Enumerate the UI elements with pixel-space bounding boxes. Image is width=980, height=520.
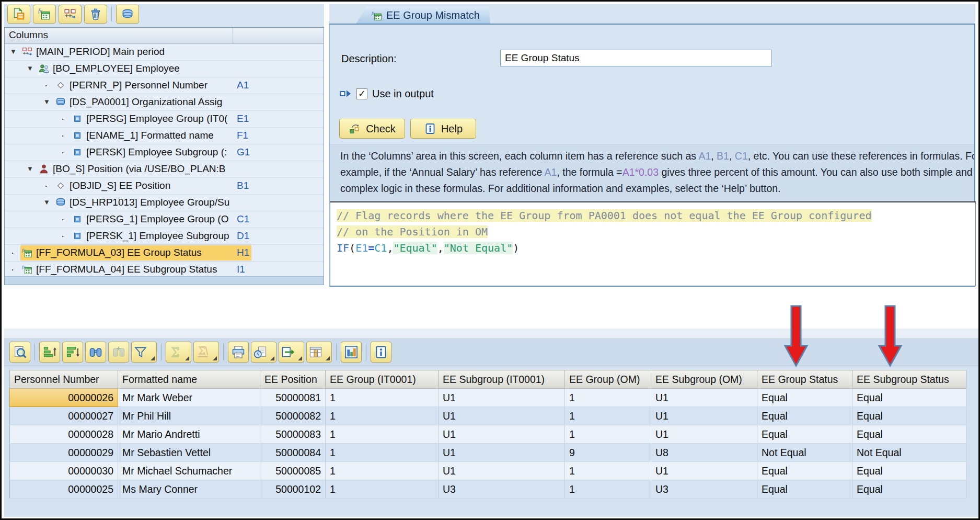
column-header[interactable]: Formatted name <box>118 370 260 389</box>
tree-item[interactable]: ▼[BO_EMPLOYEE] Employee <box>5 61 324 77</box>
table-cell[interactable]: 9 <box>565 444 651 462</box>
dropdown-arrow-icon[interactable] <box>151 356 155 360</box>
layout-button[interactable] <box>306 342 332 363</box>
table-cell[interactable]: 00000026 <box>10 389 118 407</box>
table-cell[interactable]: U1 <box>439 425 565 444</box>
expand-arrow-icon[interactable]: ▼ <box>27 165 33 173</box>
table-cell[interactable]: 50000085 <box>260 462 326 480</box>
table-cell[interactable]: Equal <box>852 425 966 444</box>
table-cell[interactable]: Equal <box>757 407 852 425</box>
table-cell[interactable]: 00000029 <box>10 444 118 462</box>
filter-button[interactable] <box>131 342 157 363</box>
datasource-button[interactable] <box>116 5 139 24</box>
column-header[interactable]: EE Subgroup (OM) <box>651 370 757 389</box>
table-cell[interactable]: 1 <box>326 389 439 407</box>
table-cell[interactable]: U1 <box>651 407 757 425</box>
tree-item[interactable]: ·[PERSG_1] Employee Group (OC1 <box>5 211 324 228</box>
column-header[interactable]: EE Group (OM) <box>565 370 651 389</box>
table-cell[interactable]: 1 <box>326 444 439 462</box>
table-cell[interactable]: U1 <box>651 425 757 444</box>
table-cell[interactable]: Ms Mary Conner <box>118 480 260 499</box>
column-header[interactable]: EE Position <box>260 370 326 389</box>
table-cell[interactable]: U1 <box>439 389 565 407</box>
table-cell[interactable]: Equal <box>757 425 852 444</box>
print-button[interactable] <box>228 342 249 363</box>
table-cell[interactable]: 1 <box>326 462 439 480</box>
table-cell[interactable]: 50000081 <box>260 389 326 407</box>
tab-ee-group-mismatch[interactable]: fx EE Group Mismatch <box>355 6 490 25</box>
table-cell[interactable]: Mr Sebastien Vettel <box>118 444 260 462</box>
table-cell[interactable]: 50000084 <box>260 444 326 462</box>
help-button[interactable]: Help <box>410 119 476 139</box>
tree-item[interactable]: ·[OBJID_S] EE PositionB1 <box>5 178 324 195</box>
dropdown-arrow-icon[interactable] <box>326 356 330 360</box>
table-cell[interactable]: Equal <box>852 389 966 407</box>
table-cell[interactable]: 50000102 <box>260 480 326 499</box>
find-next-button[interactable] <box>108 342 129 363</box>
use-in-output-checkbox[interactable]: ✓ <box>356 88 367 99</box>
period-button[interactable] <box>59 5 82 24</box>
table-cell[interactable]: U1 <box>439 407 565 425</box>
table-cell[interactable]: U3 <box>651 480 757 499</box>
formula-editor[interactable]: // Flag records where the EE Group from … <box>330 201 976 286</box>
new-column-button[interactable] <box>7 5 30 24</box>
table-cell[interactable]: Equal <box>852 462 966 480</box>
table-cell[interactable]: 50000082 <box>260 407 326 425</box>
table-cell[interactable]: Mr Mario Andretti <box>118 425 260 444</box>
column-header[interactable]: EE Group (IT0001) <box>326 370 439 389</box>
export-button[interactable] <box>279 342 304 363</box>
expand-arrow-icon[interactable]: ▼ <box>43 98 50 106</box>
table-cell[interactable]: U8 <box>651 444 757 462</box>
tree-header-columns[interactable]: Columns <box>5 28 233 43</box>
tree-item[interactable]: ▼[DS_PA0001] Organizational Assig <box>5 94 324 111</box>
info-button[interactable] <box>371 342 391 363</box>
details-button[interactable] <box>9 342 30 363</box>
sort-asc-button[interactable] <box>39 342 60 363</box>
table-cell[interactable]: 1 <box>565 480 651 499</box>
column-header[interactable]: EE Group Status <box>757 370 852 389</box>
table-cell[interactable]: 50000083 <box>260 425 326 444</box>
table-cell[interactable]: U1 <box>651 389 757 407</box>
tree-item[interactable]: ▼[BO_S] Position (via /USE/BO_PLAN:B <box>5 161 324 178</box>
table-cell[interactable]: 1 <box>565 389 651 407</box>
table-cell[interactable]: 00000027 <box>10 407 118 425</box>
table-cell[interactable]: Equal <box>757 389 852 407</box>
table-cell[interactable]: 1 <box>565 462 651 480</box>
local-file-button[interactable] <box>251 342 276 363</box>
sum-button[interactable] <box>166 342 191 363</box>
table-cell[interactable]: 1 <box>326 480 439 499</box>
column-header[interactable]: EE Subgroup Status <box>852 370 966 389</box>
table-cell[interactable]: U1 <box>439 444 565 462</box>
tree-item[interactable]: ·[PERSK] Employee Subgroup (:G1 <box>5 144 324 161</box>
dropdown-arrow-icon[interactable] <box>213 356 217 360</box>
expand-arrow-icon[interactable]: ▼ <box>27 65 33 72</box>
tree-item[interactable]: ▼[MAIN_PERIOD] Main period <box>5 44 324 61</box>
sort-desc-button[interactable] <box>62 342 83 363</box>
check-button[interactable]: Check <box>339 119 405 139</box>
tree-item[interactable]: ·[PERSK_1] Employee SubgroupD1 <box>5 228 324 245</box>
dropdown-arrow-icon[interactable] <box>270 356 274 360</box>
tree-item[interactable]: ·[PERNR_P] Personnel NumberA1 <box>5 77 324 94</box>
dropdown-arrow-icon[interactable] <box>185 356 189 360</box>
tree-header-reference[interactable] <box>233 28 324 43</box>
table-cell[interactable]: 1 <box>565 425 651 444</box>
tree-item[interactable]: ▼[DS_HRP1013] Employee Group/Su <box>5 195 324 211</box>
find-button[interactable] <box>85 342 106 363</box>
table-cell[interactable]: Equal <box>852 480 966 499</box>
tree-item[interactable]: ·[PERSG] Employee Group (IT0(E1 <box>5 111 324 128</box>
expand-arrow-icon[interactable]: ▼ <box>10 48 17 55</box>
table-cell[interactable]: U1 <box>651 462 757 480</box>
horizontal-scrollbar[interactable] <box>5 276 324 285</box>
table-cell[interactable]: Equal <box>852 407 966 425</box>
expand-arrow-icon[interactable]: ▼ <box>43 199 50 206</box>
tree-item[interactable]: ·[ENAME_1] Formatted nameF1 <box>5 128 324 144</box>
subtotal-button[interactable] <box>193 342 219 363</box>
column-header[interactable]: EE Subgroup (IT0001) <box>439 370 565 389</box>
table-cell[interactable]: 1 <box>565 407 651 425</box>
graphic-button[interactable] <box>341 342 362 363</box>
table-cell[interactable]: 00000025 <box>10 480 118 499</box>
column-header[interactable]: Personnel Number <box>10 370 118 389</box>
tree-item[interactable]: ·fx[FF_FORMULA_03] EE Group StatusH1 <box>5 245 324 262</box>
table-cell[interactable]: Not Equal <box>852 444 966 462</box>
table-cell[interactable]: U1 <box>439 462 565 480</box>
